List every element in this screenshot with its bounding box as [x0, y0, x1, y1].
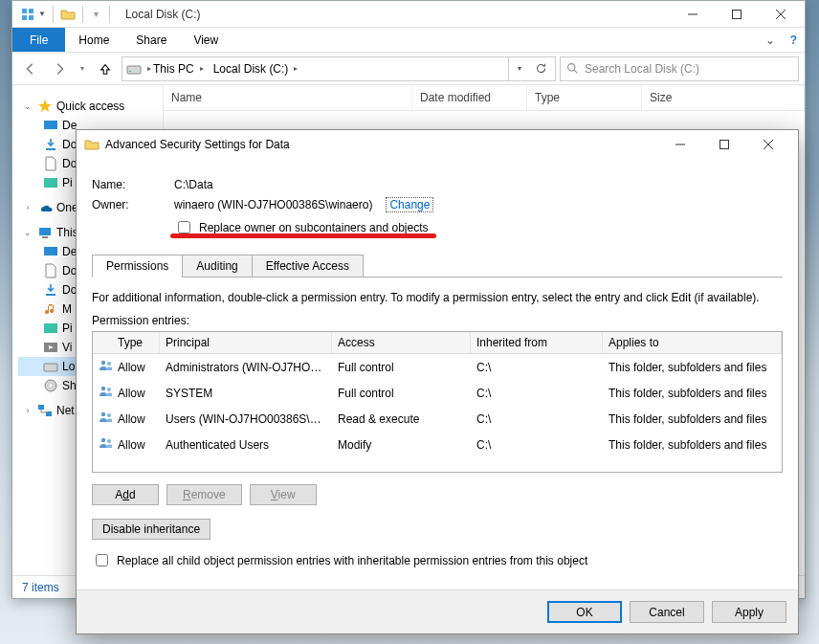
apply-button[interactable]: Apply [712, 601, 786, 623]
up-button[interactable] [93, 56, 118, 81]
replace-owner-label: Replace owner on subcontainers and objec… [199, 221, 428, 234]
svg-point-10 [568, 64, 575, 71]
users-icon [99, 384, 112, 399]
svg-point-34 [101, 412, 105, 416]
replace-all-checkbox[interactable] [96, 554, 108, 566]
replace-owner-checkbox[interactable] [178, 221, 190, 233]
quick-access-toolbar: ▼ ▾ [14, 6, 120, 23]
search-input[interactable]: Search Local Disk (C:) [560, 56, 799, 81]
svg-rect-2 [22, 15, 27, 20]
add-button[interactable]: Add [92, 484, 159, 505]
tab-permissions[interactable]: Permissions [92, 255, 183, 278]
table-row[interactable]: AllowAuthenticated UsersModifyC:\This fo… [93, 432, 782, 457]
pictures-icon [43, 175, 58, 190]
cd-drive-icon [43, 378, 58, 393]
table-row[interactable]: AllowUsers (WIN-OJ7HO00386S\Us...Read & … [93, 406, 782, 432]
table-header: Type Principal Access Inherited from App… [93, 332, 782, 354]
dlg-close-button[interactable] [746, 131, 790, 158]
disable-inheritance-button[interactable]: Disable inheritance [92, 519, 210, 540]
documents-icon [43, 156, 58, 171]
desktop-icon [43, 118, 58, 133]
svg-rect-19 [44, 323, 57, 333]
view-button[interactable]: View [250, 484, 317, 505]
tab-strip: Permissions Auditing Effective Access [92, 255, 783, 278]
item-count: 7 items [22, 581, 59, 594]
file-tab[interactable]: File [12, 28, 65, 52]
users-icon [99, 435, 112, 451]
dlg-minimize-button[interactable] [658, 131, 702, 158]
svg-rect-1 [29, 9, 33, 13]
svg-rect-0 [22, 9, 27, 13]
svg-rect-18 [46, 294, 55, 296]
svg-line-11 [574, 70, 577, 73]
window-title: Local Disk (C:) [125, 8, 201, 21]
address-bar[interactable]: ▸This PC▸ Local Disk (C:)▸ ▾ [122, 56, 556, 81]
dialog-footer: OK Cancel Apply [77, 589, 798, 633]
onedrive-icon [37, 200, 53, 215]
svg-rect-17 [44, 247, 57, 255]
cancel-button[interactable]: Cancel [630, 601, 704, 623]
search-icon [566, 62, 579, 75]
dialog-title: Advanced Security Settings for Data [105, 138, 658, 151]
dlg-maximize-button[interactable] [702, 131, 746, 158]
advanced-security-dialog: Advanced Security Settings for Data Name… [76, 129, 799, 634]
expand-ribbon-icon[interactable]: ⌄ [758, 28, 783, 52]
column-size[interactable]: Size [642, 85, 805, 110]
recent-button[interactable]: ▾ [76, 56, 89, 81]
music-icon [43, 301, 58, 317]
svg-rect-16 [42, 236, 48, 238]
network-icon [37, 403, 53, 418]
dialog-titlebar[interactable]: Advanced Security Settings for Data [77, 130, 798, 159]
svg-rect-12 [44, 121, 57, 129]
svg-rect-14 [44, 178, 57, 188]
name-value: C:\Data [174, 178, 213, 191]
address-bar-row: ▾ ▸This PC▸ Local Disk (C:)▸ ▾ Search Lo… [12, 53, 805, 85]
svg-point-31 [107, 362, 111, 366]
overflow-icon[interactable]: ▾ [94, 9, 99, 19]
chevron-down-icon[interactable]: ▼ [38, 10, 46, 18]
forward-button[interactable] [47, 56, 72, 81]
users-icon [99, 358, 112, 373]
svg-point-36 [101, 438, 105, 442]
column-type[interactable]: Type [527, 85, 642, 110]
change-owner-link[interactable]: Change [386, 197, 433, 212]
explorer-titlebar[interactable]: ▼ ▾ Local Disk (C:) [12, 1, 805, 28]
maximize-button[interactable] [715, 1, 759, 28]
list-columns: Name Date modified Type Size [164, 85, 805, 111]
properties-icon[interactable] [20, 7, 35, 22]
tab-effective-access[interactable]: Effective Access [252, 255, 364, 278]
replace-all-label: Replace all child object permission entr… [117, 554, 587, 567]
column-name[interactable]: Name [164, 85, 412, 110]
help-icon[interactable]: ? [783, 28, 805, 52]
quick-access-icon [37, 99, 53, 114]
back-button[interactable] [18, 56, 43, 81]
close-button[interactable] [759, 1, 803, 28]
svg-rect-27 [720, 141, 729, 149]
addr-dropdown-icon[interactable]: ▾ [509, 64, 530, 73]
permission-table[interactable]: Type Principal Access Inherited from App… [92, 331, 783, 473]
table-row[interactable]: AllowAdministrators (WIN-OJ7HO0...Full c… [93, 354, 782, 380]
downloads-icon [43, 282, 58, 298]
svg-rect-15 [39, 228, 51, 235]
sidebar-quick-access[interactable]: ⌄ Quick access [18, 97, 163, 116]
minimize-button[interactable] [671, 1, 715, 28]
home-tab[interactable]: Home [65, 28, 122, 52]
column-date[interactable]: Date modified [412, 85, 527, 110]
svg-rect-9 [129, 71, 131, 72]
annotation-highlight [170, 233, 436, 238]
table-row[interactable]: AllowSYSTEMFull controlC:\This folder, s… [93, 380, 782, 406]
share-tab[interactable]: Share [122, 28, 180, 52]
remove-button[interactable]: Remove [166, 484, 242, 505]
new-folder-icon[interactable] [60, 7, 76, 22]
ok-button[interactable]: OK [547, 601, 622, 623]
users-icon [99, 410, 112, 425]
videos-icon [43, 340, 58, 355]
refresh-icon[interactable] [530, 62, 551, 75]
view-tab[interactable]: View [180, 28, 232, 52]
breadcrumb-segment[interactable]: ▸This PC▸ [144, 62, 208, 76]
svg-point-32 [101, 387, 105, 390]
svg-rect-5 [733, 10, 742, 18]
tab-auditing[interactable]: Auditing [182, 255, 252, 278]
collapse-icon[interactable]: ⌄ [22, 101, 33, 111]
breadcrumb-segment[interactable]: Local Disk (C:)▸ [210, 62, 302, 76]
